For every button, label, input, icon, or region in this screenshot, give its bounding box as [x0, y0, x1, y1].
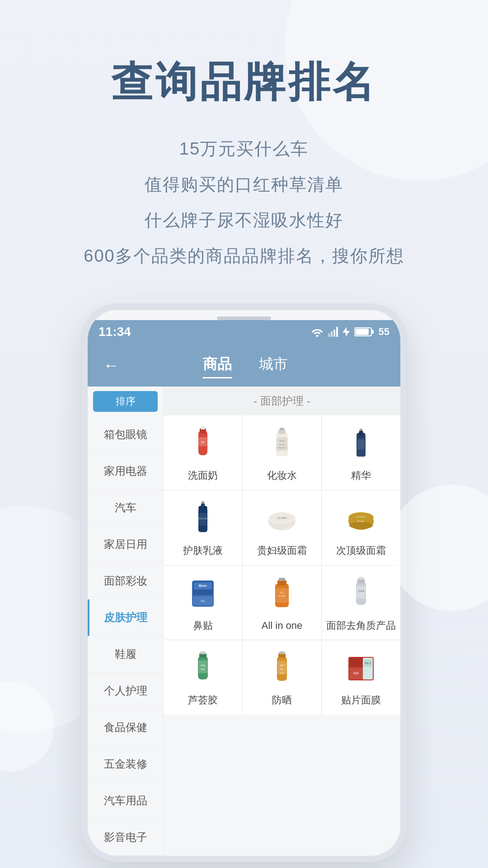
sheetmask-icon: SK-II 面膜: [343, 648, 379, 689]
allinone-label: All in one: [262, 619, 303, 633]
svg-text:去角质: 去角质: [358, 590, 365, 592]
sidebar-item-appliances[interactable]: 家用电器: [88, 453, 163, 490]
nav-tabs: 商品 城市: [203, 352, 288, 378]
svg-text:La Mer: La Mer: [277, 516, 287, 519]
main-title: 查询品牌排名: [0, 54, 488, 110]
svg-text:ALL: ALL: [280, 591, 284, 594]
svg-text:SEKKISEI: SEKKISEI: [198, 517, 208, 520]
svg-rect-25: [357, 439, 365, 449]
cleanser-icon: SK: [185, 424, 221, 464]
svg-point-0: [316, 335, 318, 337]
svg-rect-63: [198, 660, 207, 673]
product-cell-nosepatch[interactable]: Biore 鼻贴 鼻贴: [164, 566, 242, 640]
svg-rect-11: [201, 427, 205, 429]
svg-text:LAUDER: LAUDER: [357, 515, 366, 518]
svg-rect-58: [357, 586, 366, 599]
product-cell-aloegel[interactable]: 芦荟 GEL 芦荟胶: [164, 640, 242, 715]
product-cell-exfoliant[interactable]: 去角质 面部去角质产品: [322, 566, 400, 640]
product-cell-toner[interactable]: SK-II FACIAL TREATMENT 化妆水: [243, 415, 321, 490]
subtitle-1: 15万元买什么车: [179, 137, 309, 160]
svg-text:50+: 50+: [280, 668, 284, 670]
toner-icon: SK-II FACIAL TREATMENT: [264, 424, 300, 464]
wifi-icon: [311, 327, 324, 337]
deco-circle-left: [0, 681, 54, 772]
cream-icon: Estée LAUDER: [343, 499, 379, 539]
allinone-icon: ALL in one: [264, 574, 300, 614]
battery-level: 55: [379, 326, 389, 338]
battery-icon: [354, 327, 374, 337]
svg-text:Estée: Estée: [357, 520, 365, 523]
sidebar-item-food[interactable]: 食品保健: [88, 709, 163, 746]
product-cell-lamer[interactable]: La Mer 贵妇级面霜: [243, 491, 321, 565]
svg-rect-68: [279, 651, 285, 654]
sidebar-item-electronics[interactable]: 影音电子: [88, 819, 163, 856]
svg-text:in one: in one: [279, 594, 285, 597]
svg-rect-1: [328, 333, 330, 337]
subtitle-3: 什么牌子尿不湿吸水性好: [145, 209, 343, 232]
svg-rect-62: [200, 651, 206, 654]
serum-label: 精华: [351, 469, 371, 483]
product-cell-serum[interactable]: 精华: [322, 415, 400, 490]
svg-text:SPF: SPF: [280, 664, 284, 667]
product-cell-allinone[interactable]: ALL in one All in one: [243, 566, 321, 640]
status-bar: 11:34: [88, 320, 400, 344]
content-area: 排序 箱包眼镜 家用电器 汽车 家居日用 面部彩妆: [88, 387, 400, 856]
sidebar-item-cars[interactable]: 汽车: [88, 490, 163, 526]
exfoliant-label: 面部去角质产品: [326, 619, 396, 633]
notch-bar: [217, 316, 271, 320]
product-cell-lotion[interactable]: SEKKISEI 护肤乳液: [164, 491, 242, 565]
lotion-label: 护肤乳液: [183, 544, 223, 558]
svg-text:SK-II: SK-II: [279, 439, 284, 442]
product-cell-sunscreen[interactable]: SPF 50+ 防晒 防晒: [243, 640, 321, 715]
subtitle-2: 值得购买的口红种草清单: [145, 173, 343, 196]
svg-rect-2: [331, 331, 333, 337]
svg-text:TREATMENT: TREATMENT: [277, 447, 288, 449]
lamer-label: 贵妇级面霜: [257, 544, 307, 558]
header-section: 查询品牌排名 15万元买什么车 值得购买的口红种草清单 什么牌子尿不湿吸水性好 …: [0, 0, 488, 268]
svg-rect-28: [201, 503, 205, 509]
sidebar-item-personal[interactable]: 个人护理: [88, 673, 163, 709]
nav-bar: ← 商品 城市: [88, 344, 400, 387]
sidebar-item-sort[interactable]: 排序: [93, 391, 158, 412]
status-time: 11:34: [99, 325, 131, 339]
product-cell-sheetmask[interactable]: SK-II 面膜 贴片面膜: [322, 640, 400, 715]
phone-mockup: 11:34: [81, 304, 407, 862]
product-cell-cleanser[interactable]: SK 洗面奶: [164, 415, 242, 490]
toner-label: 化妆水: [267, 469, 297, 483]
subtitle-list: 15万元买什么车 值得购买的口红种草清单 什么牌子尿不湿吸水性好 600多个品类…: [0, 137, 488, 268]
svg-rect-4: [336, 327, 338, 337]
svg-rect-57: [358, 577, 364, 580]
status-icons: 55: [311, 326, 389, 338]
svg-text:GEL: GEL: [201, 668, 205, 670]
aloegel-label: 芦荟胶: [188, 693, 218, 708]
sidebar-item-makeup[interactable]: 面部彩妆: [88, 563, 163, 599]
svg-text:SK-II: SK-II: [365, 662, 371, 665]
sidebar-item-autoparts[interactable]: 汽车用品: [88, 783, 163, 819]
signal-icon: [328, 327, 338, 337]
svg-text:防晒: 防晒: [280, 672, 284, 674]
sunscreen-icon: SPF 50+ 防晒: [264, 648, 300, 689]
sidebar-item-shoes[interactable]: 鞋履: [88, 636, 163, 673]
subtitle-4: 600多个品类的商品品牌排名，搜你所想: [84, 245, 404, 268]
svg-text:Biore: Biore: [199, 584, 207, 587]
exfoliant-icon: 去角质: [343, 574, 379, 614]
back-button[interactable]: ←: [99, 356, 124, 375]
svg-text:鼻贴: 鼻贴: [201, 599, 205, 602]
tab-products[interactable]: 商品: [203, 352, 232, 378]
svg-rect-7: [371, 330, 374, 334]
lightning-icon: [343, 327, 350, 337]
sidebar-item-skincare[interactable]: 皮肤护理: [88, 599, 163, 636]
svg-rect-29: [202, 501, 204, 504]
tab-cities[interactable]: 城市: [259, 352, 288, 378]
sheetmask-label: 贴片面膜: [341, 693, 381, 708]
sidebar-item-hardware[interactable]: 五金装修: [88, 746, 163, 783]
svg-point-40: [349, 522, 373, 529]
svg-marker-5: [343, 327, 350, 337]
svg-rect-3: [333, 330, 335, 337]
cream-label: 次顶级面霜: [336, 544, 386, 558]
sidebar-item-home[interactable]: 家居日用: [88, 526, 163, 563]
sidebar-item-bags[interactable]: 箱包眼镜: [88, 416, 163, 453]
sunscreen-label: 防晒: [272, 693, 292, 708]
svg-text:面膜: 面膜: [353, 672, 359, 675]
product-grid: SK 洗面奶: [164, 415, 400, 715]
